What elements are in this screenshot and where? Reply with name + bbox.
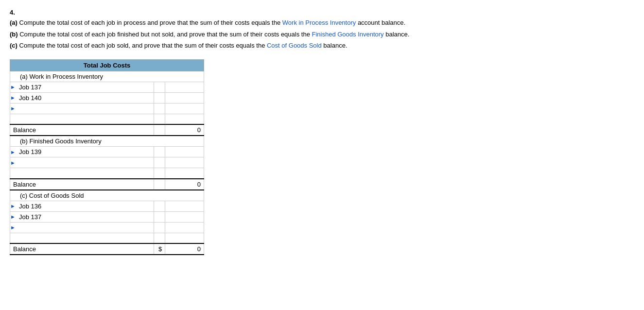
empty-label-c: ► (10, 222, 154, 233)
arrow-b2: ► (10, 160, 16, 166)
job-140-text: Job 140 (13, 94, 41, 102)
balance-value-c: 0 (165, 243, 204, 255)
job-137-value-c[interactable] (165, 211, 204, 222)
section-b-label: (b) Finished Goods Inventory (10, 136, 204, 147)
section-c-label: (c) Cost of Goods Sold (10, 190, 204, 201)
job-139-dollar (154, 147, 165, 157)
spacer-dollar-c (154, 233, 165, 243)
job-137-dollar-a (154, 82, 165, 92)
spacer-value-c (165, 233, 204, 243)
job-136-dollar (154, 201, 165, 211)
job-136-label: ► Job 136 (10, 201, 154, 211)
balance-label-a: Balance (10, 124, 154, 136)
empty-value-b[interactable] (165, 157, 204, 168)
empty-row-c: ► (10, 222, 204, 233)
part-b-text: Compute the total cost of each job finis… (19, 31, 409, 38)
job-136-text: Job 136 (13, 203, 41, 210)
balance-label-b: Balance (10, 179, 154, 190)
section-b-label-row: (b) Finished Goods Inventory (10, 136, 204, 147)
section-c-label-row: (c) Cost of Goods Sold (10, 190, 204, 201)
empty-dollar-a (154, 103, 165, 114)
empty-label-b: ► (10, 157, 154, 168)
balance-dollar-b (154, 179, 165, 190)
spacer-dollar-b (154, 168, 165, 179)
instruction-a: (a) Compute the total cost of each job i… (10, 18, 634, 28)
arrow-b1: ► (10, 149, 16, 155)
job-139-label: ► Job 139 (10, 147, 154, 157)
spacer-label-c (10, 233, 154, 243)
part-b-bold: (b) (10, 31, 18, 38)
empty-row-a: ► (10, 103, 204, 114)
empty-dollar-b (154, 157, 165, 168)
spacer-value-a (165, 114, 204, 124)
arrow-a2: ► (10, 95, 16, 101)
instruction-b: (b) Compute the total cost of each job f… (10, 30, 634, 39)
job-137-dollar-c (154, 211, 165, 222)
arrow-c3: ► (10, 224, 16, 230)
question-number: 4. (10, 9, 634, 16)
job-136-row: ► Job 136 (10, 201, 204, 211)
job-137-a-text: Job 137 (13, 84, 41, 91)
arrow-c2: ► (10, 214, 16, 220)
part-c-bold: (c) (10, 42, 17, 49)
job-137-label-a: ► Job 137 (10, 82, 154, 92)
job-140-dollar (154, 92, 165, 103)
balance-label-c: Balance (10, 243, 154, 255)
empty-value-a[interactable] (165, 103, 204, 114)
table-header-row: Total Job Costs (10, 59, 204, 71)
job-139-row: ► Job 139 (10, 147, 204, 157)
balance-row-a: Balance 0 (10, 124, 204, 136)
section-a-label-row: (a) Work in Process Inventory (10, 71, 204, 82)
job-137-value-a[interactable] (165, 82, 204, 92)
part-c-text: Compute the total cost of each job sold,… (19, 42, 348, 49)
empty-row-b: ► (10, 157, 204, 168)
job-140-value[interactable] (165, 92, 204, 103)
balance-value-a: 0 (165, 124, 204, 136)
balance-value-b: 0 (165, 179, 204, 190)
job-139-value[interactable] (165, 147, 204, 157)
job-137-c-text: Job 137 (13, 213, 41, 221)
spacer-dollar-a (154, 114, 165, 124)
empty-label-a: ► (10, 103, 154, 114)
balance-dollar-a (154, 124, 165, 136)
job-136-value[interactable] (165, 201, 204, 211)
job-140-row: ► Job 140 (10, 92, 204, 103)
job-140-label: ► Job 140 (10, 92, 154, 103)
section-a-label: (a) Work in Process Inventory (10, 71, 204, 82)
spacer-label-a (10, 114, 154, 124)
table-header-cell: Total Job Costs (10, 59, 204, 71)
balance-row-c: Balance $ 0 (10, 243, 204, 255)
balance-dollar-c: $ (154, 243, 165, 255)
empty-dollar-c (154, 222, 165, 233)
instruction-c: (c) Compute the total cost of each job s… (10, 41, 634, 51)
part-a-text: Compute the total cost of each job in pr… (19, 19, 406, 26)
job-costs-table: Total Job Costs (a) Work in Process Inve… (10, 59, 204, 256)
balance-row-b: Balance 0 (10, 179, 204, 190)
spacer-value-b (165, 168, 204, 179)
spacer-row-b (10, 168, 204, 179)
job-137-row-c: ► Job 137 (10, 211, 204, 222)
table-container: Total Job Costs (a) Work in Process Inve… (10, 59, 204, 256)
spacer-label-b (10, 168, 154, 179)
arrow-c1: ► (10, 203, 16, 209)
spacer-row-a (10, 114, 204, 124)
spacer-row-c (10, 233, 204, 243)
job-139-text: Job 139 (13, 148, 41, 155)
arrow-a3: ► (10, 105, 16, 111)
empty-value-c[interactable] (165, 222, 204, 233)
part-a-bold: (a) (10, 19, 17, 26)
job-137-row-a: ► Job 137 (10, 82, 204, 92)
arrow-a1: ► (10, 84, 16, 90)
job-137-label-c: ► Job 137 (10, 211, 154, 222)
